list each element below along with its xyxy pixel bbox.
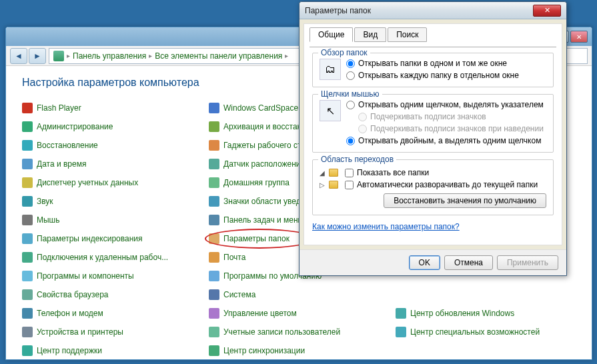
cp-item-label: Центр синхронизации bbox=[223, 346, 305, 355]
cp-item-icon bbox=[22, 327, 33, 337]
tree-collapse-icon[interactable]: ◢ bbox=[320, 169, 326, 177]
cp-item-icon bbox=[209, 233, 219, 244]
radio-underline-browser: Подчеркивать подписи значков bbox=[358, 112, 544, 121]
tab-view[interactable]: Вид bbox=[354, 27, 386, 42]
cp-item-label: Центр специальных возможностей bbox=[410, 327, 540, 337]
cp-item[interactable]: Восстановление bbox=[22, 138, 202, 153]
cp-item-label: Восстановление bbox=[37, 141, 98, 150]
browse-folders-icon: 🗂 bbox=[320, 59, 341, 80]
radio-same-window[interactable]: Открывать папки в одном и том же окне bbox=[346, 59, 519, 68]
cp-item[interactable]: Диспетчер учетных данных bbox=[22, 175, 202, 190]
cp-item-icon bbox=[209, 121, 219, 132]
cp-item-label: Программы и компоненты bbox=[37, 271, 134, 281]
cp-item[interactable]: Центр обновления Windows bbox=[396, 306, 576, 321]
cp-item[interactable]: Центр специальных возможностей bbox=[396, 325, 576, 339]
cp-item[interactable]: Свойства браузера bbox=[22, 287, 202, 302]
check-auto-expand[interactable]: Автоматически разворачивать до текущей п… bbox=[345, 180, 538, 189]
dialog-title: Параметры папок bbox=[305, 6, 533, 15]
cp-item[interactable]: Учетные записи пользователей bbox=[209, 325, 389, 339]
tab-strip: Общие Вид Поиск bbox=[310, 27, 556, 42]
cp-item-icon bbox=[209, 271, 219, 281]
folder-icon bbox=[329, 169, 338, 177]
cp-item[interactable]: Администрирование bbox=[22, 119, 202, 134]
radio-own-window[interactable]: Открывать каждую папку в отдельном окне bbox=[346, 71, 519, 80]
nav-back-button[interactable]: ◄ bbox=[10, 48, 27, 64]
cp-item-label: Звук bbox=[37, 197, 53, 206]
close-button[interactable]: ✕ bbox=[570, 31, 588, 43]
cp-item[interactable]: Система bbox=[209, 287, 389, 302]
group-legend: Обзор папок bbox=[318, 48, 370, 57]
help-link[interactable]: Как можно изменить параметры папок? bbox=[312, 222, 554, 231]
cp-item-icon bbox=[209, 345, 219, 356]
dialog-titlebar[interactable]: Параметры папок ✕ bbox=[300, 2, 566, 19]
cp-item[interactable]: Подключения к удаленным рабоч... bbox=[22, 250, 202, 265]
tab-search[interactable]: Поиск bbox=[388, 27, 427, 42]
cp-item-label: Диспетчер учетных данных bbox=[37, 178, 138, 187]
tree-expand-icon[interactable]: ▷ bbox=[320, 181, 326, 189]
cp-item-icon bbox=[22, 345, 33, 356]
restore-defaults-button[interactable]: Восстановить значения по умолчанию bbox=[384, 193, 546, 208]
group-legend: Область переходов bbox=[318, 155, 396, 164]
radio-underline-hover: Подчеркивать подписи значков при наведен… bbox=[358, 124, 544, 133]
nav-forward-button[interactable]: ► bbox=[29, 48, 46, 64]
cp-item-icon bbox=[209, 140, 219, 151]
cp-item-label: Центр поддержки bbox=[37, 346, 102, 355]
cp-item-label: Почта bbox=[223, 253, 245, 262]
group-browse-folders: Обзор папок 🗂 Открывать папки в одном и … bbox=[312, 53, 554, 87]
cp-item-icon bbox=[22, 196, 33, 207]
cp-item-icon bbox=[22, 308, 33, 319]
cp-item-icon bbox=[396, 308, 406, 319]
cp-icon bbox=[53, 51, 64, 61]
check-show-all-folders[interactable]: Показать все папки bbox=[345, 168, 429, 177]
cp-item-label: Система bbox=[223, 290, 255, 299]
cp-item[interactable]: Flash Player bbox=[22, 101, 202, 115]
cp-item[interactable]: Центр поддержки bbox=[22, 343, 202, 358]
cp-item[interactable]: Управление цветом bbox=[209, 306, 389, 321]
dialog-close-button[interactable]: ✕ bbox=[533, 5, 561, 17]
cp-item-icon bbox=[22, 252, 33, 263]
tab-general[interactable]: Общие bbox=[310, 27, 353, 42]
cp-item-icon bbox=[209, 289, 219, 300]
cp-item[interactable]: Мышь bbox=[22, 213, 202, 227]
cp-item-label: Телефон и модем bbox=[37, 309, 103, 318]
cp-item-label: Управление цветом bbox=[223, 309, 297, 318]
cp-item-icon bbox=[22, 289, 33, 300]
breadcrumb-sep-icon: ▸ bbox=[149, 52, 152, 59]
cp-item[interactable]: Устройства и принтеры bbox=[22, 325, 202, 339]
cp-item-icon bbox=[209, 215, 219, 225]
cp-item-label: Windows CardSpace bbox=[223, 103, 298, 113]
cp-item[interactable]: Дата и время bbox=[22, 157, 202, 171]
cp-item[interactable]: Программы и компоненты bbox=[22, 269, 202, 283]
breadcrumb-level2[interactable]: Все элементы панели управления bbox=[155, 51, 282, 61]
cp-item-label: Параметры папок bbox=[223, 234, 289, 243]
cp-item-label: Центр обновления Windows bbox=[410, 309, 514, 318]
cp-item[interactable]: Телефон и модем bbox=[22, 306, 202, 321]
breadcrumb-sep-icon: ▸ bbox=[67, 52, 70, 59]
cp-item-icon bbox=[209, 196, 219, 207]
cp-item-label: Дата и время bbox=[37, 159, 86, 169]
click-items-icon: ↖ bbox=[320, 100, 341, 121]
dialog-body: Общие Вид Поиск Обзор папок 🗂 Открывать … bbox=[304, 23, 562, 245]
ok-button[interactable]: OK bbox=[409, 255, 440, 270]
cp-item-icon bbox=[22, 271, 33, 281]
cp-item-icon bbox=[209, 103, 219, 113]
folder-icon bbox=[329, 181, 338, 189]
cp-item[interactable]: Звук bbox=[22, 194, 202, 209]
cancel-button[interactable]: Отмена bbox=[444, 255, 493, 270]
cp-item[interactable]: Центр синхронизации bbox=[209, 343, 389, 358]
cp-item-icon bbox=[22, 159, 33, 169]
cp-item-icon bbox=[209, 252, 219, 263]
group-click-items: Щелчки мышью ↖ Открывать одним щелчком, … bbox=[312, 94, 554, 153]
radio-double-click[interactable]: Открывать двойным, а выделять одним щелч… bbox=[346, 136, 544, 145]
cp-item-label: Администрирование bbox=[37, 122, 113, 131]
breadcrumb-root[interactable]: Панель управления bbox=[73, 51, 146, 61]
cp-item-icon bbox=[22, 215, 33, 225]
cp-item-icon bbox=[396, 327, 406, 337]
cp-item-label: Устройства и принтеры bbox=[37, 327, 123, 337]
group-nav-pane: Область переходов ◢ Показать все папки ▷… bbox=[312, 159, 554, 215]
cp-column: Flash PlayerАдминистрированиеВосстановле… bbox=[22, 101, 202, 358]
radio-single-click[interactable]: Открывать одним щелчком, выделять указат… bbox=[346, 100, 544, 109]
apply-button[interactable]: Применить bbox=[497, 255, 558, 270]
cp-item-icon bbox=[22, 103, 33, 113]
cp-item[interactable]: Параметры индексирования bbox=[22, 231, 202, 246]
